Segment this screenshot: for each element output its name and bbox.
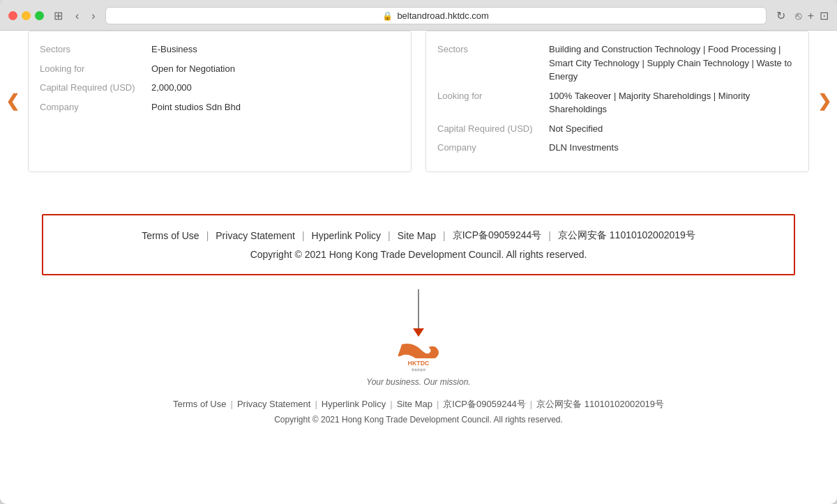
footer-links: Terms of Use | Privacy Statement | Hyper… xyxy=(57,229,780,242)
nav-forward-button[interactable]: › xyxy=(89,8,98,24)
footer-bordered: Terms of Use | Privacy Statement | Hyper… xyxy=(42,214,795,275)
card-1-capital-row: Capital Required (USD) 2,000,000 xyxy=(40,81,400,95)
footer-copyright: Copyright © 2021 Hong Kong Trade Develop… xyxy=(57,249,780,260)
share-button[interactable]: ⎋ xyxy=(795,10,802,22)
card-2-looking-label: Looking for xyxy=(437,89,549,116)
footer-links-bottom: Terms of Use | Privacy Statement | Hyper… xyxy=(0,398,837,411)
grid-icon: ⊞ xyxy=(54,10,63,22)
footer-bottom-terms-link[interactable]: Terms of Use xyxy=(169,399,231,409)
footer-copyright-bottom: Copyright © 2021 Hong Kong Trade Develop… xyxy=(0,415,837,425)
card-1: Sectors E-Business Looking for Open for … xyxy=(28,31,412,172)
cards-container: Sectors E-Business Looking for Open for … xyxy=(21,31,816,172)
cards-section: ❮ Sectors E-Business Looking for Open fo… xyxy=(0,31,837,172)
url-text: beltandroad.hktdc.com xyxy=(397,10,489,21)
footer-sep-3: | xyxy=(388,230,391,241)
hktdc-footer: HKTDC 香港貿發局 Your business. Our mission. … xyxy=(0,331,837,438)
card-1-looking-row: Looking for Open for Negotiation xyxy=(40,62,400,76)
footer-bottom-beian-link[interactable]: 京公网安备 11010102002019号 xyxy=(532,398,668,411)
card-1-looking-label: Looking for xyxy=(40,62,151,76)
lock-icon: 🔒 xyxy=(382,11,393,21)
minimize-button[interactable] xyxy=(22,11,31,20)
card-2-looking-row: Looking for 100% Takeover | Majority Sha… xyxy=(437,89,797,116)
browser-window: ⊞ ‹ › 🔒 beltandroad.hktdc.com ↻ ⎋ + ⊡ ❮ … xyxy=(0,0,837,504)
card-1-sectors-value: E-Business xyxy=(151,43,400,56)
traffic-lights xyxy=(8,11,44,20)
arrow-indicator xyxy=(0,289,837,331)
footer-terms-link[interactable]: Terms of Use xyxy=(136,230,204,241)
card-2-company-value: DLN Investments xyxy=(549,141,797,155)
page-content: ❮ Sectors E-Business Looking for Open fo… xyxy=(0,31,837,504)
nav-arrow-left[interactable]: ❮ xyxy=(6,91,20,111)
card-1-sectors-row: Sectors E-Business xyxy=(40,43,400,56)
hktdc-tagline: Your business. Our mission. xyxy=(0,377,837,387)
card-2-capital-label: Capital Required (USD) xyxy=(437,122,549,136)
svg-text:HKTDC: HKTDC xyxy=(408,360,430,367)
card-2-capital-value: Not Specified xyxy=(549,122,797,136)
card-1-company-row: Company Point studios Sdn Bhd xyxy=(40,100,400,114)
footer-sep-2: | xyxy=(302,230,305,241)
card-2-company-row: Company DLN Investments xyxy=(437,141,797,155)
card-2-looking-value: 100% Takeover | Majority Shareholdings |… xyxy=(549,89,797,116)
footer-hyperlink-link[interactable]: Hyperlink Policy xyxy=(306,230,387,241)
footer-bottom-sitemap-link[interactable]: Site Map xyxy=(393,399,437,409)
footer-privacy-link[interactable]: Privacy Statement xyxy=(210,230,301,241)
nav-arrow-right[interactable]: ❯ xyxy=(817,91,831,111)
footer-sitemap-link[interactable]: Site Map xyxy=(392,230,442,241)
hktdc-logo-svg: HKTDC 香港貿發局 xyxy=(391,338,446,373)
card-2-sectors-label: Sectors xyxy=(437,43,549,84)
arrow-line xyxy=(418,289,419,331)
split-view-button[interactable]: ⊡ xyxy=(820,9,829,22)
footer-sep-4: | xyxy=(443,230,446,241)
footer-icp-link[interactable]: 京ICP备09059244号 xyxy=(447,229,548,242)
card-1-capital-value: 2,000,000 xyxy=(151,81,400,95)
close-button[interactable] xyxy=(8,11,17,20)
card-1-capital-label: Capital Required (USD) xyxy=(40,81,151,95)
card-2-capital-row: Capital Required (USD) Not Specified xyxy=(437,122,797,136)
card-2: Sectors Building and Construction Techno… xyxy=(425,31,809,172)
tab-icon-button[interactable]: ⊞ xyxy=(51,8,66,24)
refresh-button[interactable]: ↻ xyxy=(774,8,788,24)
card-1-sectors-label: Sectors xyxy=(40,43,151,56)
browser-actions: ⎋ + ⊡ xyxy=(795,9,829,22)
card-2-sectors-row: Sectors Building and Construction Techno… xyxy=(437,43,797,84)
maximize-button[interactable] xyxy=(35,11,44,20)
footer-bottom-privacy-link[interactable]: Privacy Statement xyxy=(233,399,315,409)
footer-sep-5: | xyxy=(548,230,551,241)
card-2-sectors-value: Building and Construction Technology | F… xyxy=(549,43,797,84)
nav-back-button[interactable]: ‹ xyxy=(73,8,82,24)
address-bar[interactable]: 🔒 beltandroad.hktdc.com xyxy=(105,7,767,24)
footer-sep-1: | xyxy=(206,230,209,241)
card-1-company-value: Point studios Sdn Bhd xyxy=(151,100,400,114)
footer-bottom-icp-link[interactable]: 京ICP备09059244号 xyxy=(439,398,530,411)
card-2-company-label: Company xyxy=(437,141,549,155)
footer-bottom-hyperlink-link[interactable]: Hyperlink Policy xyxy=(317,399,390,409)
browser-chrome: ⊞ ‹ › 🔒 beltandroad.hktdc.com ↻ ⎋ + ⊡ xyxy=(0,0,837,31)
hktdc-logo: HKTDC 香港貿發局 xyxy=(391,338,446,373)
new-tab-button[interactable]: + xyxy=(808,10,814,22)
svg-text:香港貿發局: 香港貿發局 xyxy=(412,367,425,371)
footer-beian-link[interactable]: 京公网安备 11010102002019号 xyxy=(552,229,701,242)
card-1-looking-value: Open for Negotiation xyxy=(151,62,400,76)
card-1-company-label: Company xyxy=(40,100,151,114)
